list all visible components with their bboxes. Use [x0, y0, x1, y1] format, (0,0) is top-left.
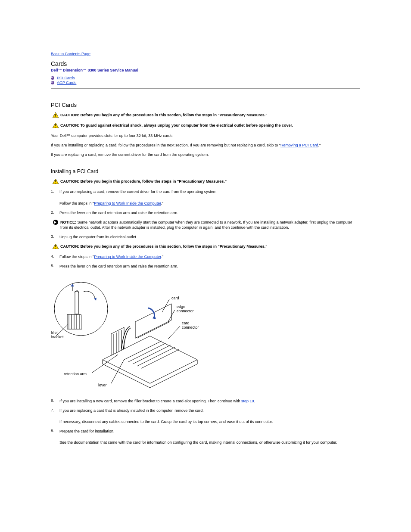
caution-label: CAUTION: — [60, 244, 81, 249]
step-num: 8. — [51, 429, 59, 445]
manual-subtitle: Dell™ Dimension™ 8300 Series Service Man… — [51, 68, 360, 72]
pci-cards-heading: PCI Cards — [51, 102, 360, 108]
step-7: 7. If you are replacing a card that is a… — [51, 408, 360, 424]
caution-icon — [53, 123, 59, 129]
notice-text: Some network adapters automatically star… — [60, 220, 352, 230]
caution-label: CAUTION: — [60, 123, 81, 128]
toc-item-agp: AGP Cards — [51, 81, 360, 85]
step-2-text: Press the lever on the card retention ar… — [59, 210, 360, 215]
step-num: 4. — [51, 254, 59, 259]
step-num: 3. — [51, 234, 59, 240]
step-1b-pre: Follow the steps in " — [59, 201, 94, 205]
notice-label: NOTICE: — [60, 220, 78, 224]
svg-rect-19 — [75, 292, 78, 314]
step-8b-text: See the documentation that came with the… — [59, 440, 360, 445]
step-num: 5. — [51, 264, 59, 269]
page-title: Cards — [51, 60, 360, 67]
label-retention-arm: retention arm — [64, 372, 87, 376]
removing-pci-link[interactable]: Removing a PCI Card — [280, 143, 318, 147]
caution-block-2: CAUTION: To guard against electrical sho… — [51, 123, 360, 129]
caution-text: Before you begin any of the procedures i… — [81, 244, 268, 249]
step-3-text: Unplug the computer from its electrical … — [59, 234, 360, 240]
install-caution-1: CAUTION: Before you begin this procedure… — [51, 179, 360, 185]
step-1a-text: If you are replacing a card, remove the … — [59, 189, 360, 194]
caution-label: CAUTION: — [60, 179, 81, 184]
caution-text: Before you begin any of the procedures i… — [81, 113, 268, 117]
caution-icon — [53, 244, 59, 250]
intro-text-2a: If you are installing or replacing a car… — [51, 143, 280, 147]
step-6-text: If you are installing a new card, remove… — [59, 399, 241, 403]
svg-rect-13 — [67, 314, 82, 329]
preparing-link-1[interactable]: Preparing to Work Inside the Computer — [94, 201, 161, 205]
step-num: 1. — [51, 189, 59, 205]
step-4-post: ." — [161, 255, 164, 259]
svg-line-29 — [168, 326, 180, 339]
svg-point-8 — [55, 183, 56, 184]
step-4-pre: Follow the steps in " — [59, 255, 94, 259]
toc-link-pci[interactable]: PCI Cards — [57, 76, 75, 80]
intro-text-1b: -bit, 33-MHz cards. — [141, 134, 174, 138]
step-5: 5. Press the lever on the card retention… — [51, 264, 360, 269]
bullet-icon — [51, 81, 54, 84]
toc-list: PCI Cards AGP Cards — [51, 76, 360, 85]
step-num: 7. — [51, 408, 59, 424]
caution-text: Before you begin this procedure, follow … — [81, 179, 227, 184]
step-5-text: Press the lever on the card retention ar… — [59, 264, 360, 269]
install-caution-2: CAUTION: Before you begin any of the pro… — [51, 244, 360, 250]
preparing-link-2[interactable]: Preparing to Work Inside the Computer — [94, 255, 161, 259]
svg-point-5 — [55, 127, 56, 128]
label-edge-connector: edgeconnector — [177, 305, 194, 313]
label-filler-bracket: fillerbracket — [51, 330, 64, 339]
notice-icon — [53, 220, 58, 225]
step-3: 3. Unplug the computer from its electric… — [51, 234, 360, 240]
label-lever: lever — [98, 383, 107, 387]
intro-para-2: If you are installing or replacing a car… — [51, 143, 360, 148]
intro-text-1a: Your Dell™ computer provides slots for u… — [51, 134, 141, 138]
bullet-icon — [51, 76, 54, 80]
notice-block: NOTICE: Some network adapters automatica… — [51, 220, 360, 230]
caution-icon — [53, 179, 59, 185]
step-8: 8. Prepare the card for installation. Se… — [51, 429, 360, 445]
toc-item-pci: PCI Cards — [51, 76, 360, 80]
step-1: 1. If you are replacing a card, remove t… — [51, 189, 360, 205]
label-card: card — [171, 296, 179, 300]
step-7-text: If you are replacing a card that is alre… — [59, 408, 360, 413]
caution-block-1: CAUTION: Before you begin any of the pro… — [51, 112, 360, 118]
step-2: 2. Press the lever on the card retention… — [51, 210, 360, 215]
step-8-text: Prepare the card for installation. — [59, 429, 360, 434]
step-7b-text: If necessary, disconnect any cables conn… — [59, 419, 360, 424]
intro-text-2b: ." — [318, 143, 321, 147]
svg-point-2 — [55, 116, 56, 117]
step-4: 4. Follow the steps in "Preparing to Wor… — [51, 254, 360, 259]
step-10-link[interactable]: step 10 — [241, 399, 254, 403]
step-num: 2. — [51, 210, 59, 215]
divider — [51, 88, 360, 89]
caution-label: CAUTION: — [60, 113, 81, 117]
toc-link-agp[interactable]: AGP Cards — [57, 81, 76, 85]
intro-para-3: If you are replacing a card, remove the … — [51, 152, 360, 157]
step-num: 6. — [51, 398, 59, 404]
install-card-figure: fillerbracket retention arm lever card e… — [51, 274, 360, 395]
step-6-post: . — [254, 399, 255, 403]
caution-text: To guard against electrical shock, alway… — [81, 123, 293, 128]
caution-icon — [53, 112, 59, 118]
intro-para-1: Your Dell™ computer provides slots for u… — [51, 133, 360, 138]
step-6: 6. If you are installing a new card, rem… — [51, 398, 360, 404]
step-1b-post: ." — [161, 201, 164, 205]
label-card-connector: cardconnector — [182, 321, 199, 330]
svg-point-11 — [55, 248, 56, 249]
installing-pci-heading: Installing a PCI Card — [51, 168, 360, 174]
back-to-contents-link[interactable]: Back to Contents Page — [51, 52, 90, 56]
